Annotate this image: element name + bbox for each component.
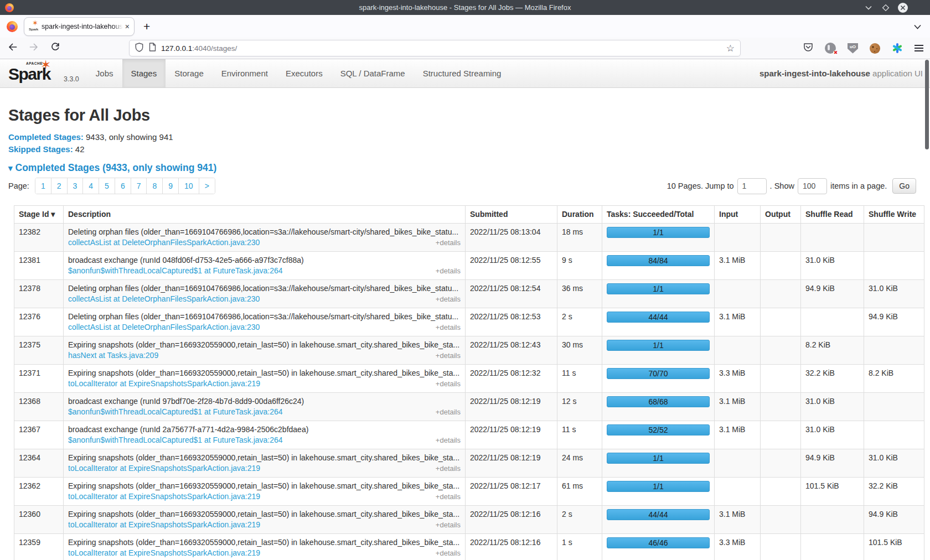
stage-detail-link[interactable]: toLocalIterator at ExpireSnapshotsSparkA…	[68, 491, 260, 502]
output-cell	[761, 280, 801, 308]
completed-stages-section-header[interactable]: ▾Completed Stages (9433, only showing 94…	[8, 162, 923, 174]
bookmark-star-icon[interactable]: ☆	[726, 43, 735, 54]
page-button-2[interactable]: 2	[51, 178, 68, 194]
maximize-button[interactable]	[881, 3, 891, 13]
shuffle-read-cell	[801, 534, 864, 560]
details-toggle[interactable]: +details	[436, 491, 461, 502]
column-header[interactable]: Shuffle Write	[864, 206, 924, 224]
column-header[interactable]: Output	[761, 206, 801, 224]
list-all-tabs-icon[interactable]	[914, 22, 921, 32]
stage-detail-link[interactable]: collectAsList at DeleteOrphanFilesSparkA…	[68, 322, 260, 333]
table-row: 12382Deleting orphan files (older_than=1…	[14, 224, 924, 252]
close-button[interactable]	[898, 3, 908, 13]
spark-nav-environment[interactable]: Environment	[213, 59, 277, 87]
pocket-icon[interactable]	[803, 43, 813, 54]
firefox-view-icon[interactable]	[7, 21, 18, 32]
spark-nav-sql-dataframe[interactable]: SQL / DataFrame	[332, 59, 414, 87]
url-text[interactable]: 127.0.0.1:4040/stages/	[161, 44, 726, 53]
page-button-10[interactable]: 10	[179, 178, 199, 194]
stage-description: Expiring snapshots (older_than=166932055…	[68, 481, 461, 491]
spark-nav-jobs[interactable]: Jobs	[87, 59, 122, 87]
details-toggle[interactable]: +details	[436, 237, 461, 248]
details-toggle[interactable]: +details	[436, 322, 461, 333]
page-button-5[interactable]: 5	[99, 178, 115, 194]
browser-tab[interactable]: ✶Spark spark-ingest-into-lakehous ×	[24, 17, 135, 36]
column-header[interactable]: Shuffle Read	[801, 206, 864, 224]
tab-close-icon[interactable]: ×	[125, 22, 130, 31]
page-button-6[interactable]: 6	[115, 178, 131, 194]
stage-detail-link[interactable]: $anonfun$withThreadLocalCaptured$1 at Fu…	[68, 407, 283, 417]
tasks-cell: 44/44	[602, 308, 715, 336]
stage-stats: Completed Stages: 9433, only showing 941…	[8, 131, 923, 155]
stage-detail-link[interactable]: $anonfun$withThreadLocalCaptured$1 at Fu…	[68, 266, 283, 276]
column-header[interactable]: Stage Id ▾	[14, 206, 64, 224]
submitted-cell: 2022/11/25 08:12:19	[466, 421, 557, 449]
stage-detail-link[interactable]: collectAsList at DeleteOrphanFilesSparkA…	[68, 294, 260, 304]
shuffle-write-cell	[864, 224, 924, 252]
input-cell	[715, 478, 761, 506]
menu-button[interactable]	[914, 45, 923, 51]
stage-detail-link[interactable]: toLocalIterator at ExpireSnapshotsSparkA…	[68, 548, 260, 558]
page-button-4[interactable]: 4	[83, 178, 99, 194]
page-button-7[interactable]: 7	[131, 178, 147, 194]
ublock-icon[interactable]: uO	[848, 43, 858, 54]
stage-detail-link[interactable]: toLocalIterator at ExpireSnapshotsSparkA…	[68, 378, 260, 389]
cookie-extension-icon[interactable]	[870, 43, 880, 54]
show-count-input[interactable]	[798, 178, 827, 194]
page-button-8[interactable]: 8	[147, 178, 163, 194]
spark-nav-executors[interactable]: Executors	[277, 59, 332, 87]
extension-account-icon[interactable]	[825, 43, 836, 54]
scrollbar-thumb[interactable]	[925, 60, 929, 149]
back-button[interactable]	[8, 43, 17, 54]
page-button-3[interactable]: 3	[68, 178, 84, 194]
minimize-button[interactable]	[864, 3, 874, 13]
stage-detail-link[interactable]: $anonfun$withThreadLocalCaptured$1 at Fu…	[68, 435, 283, 445]
input-cell: 3.3 MiB	[715, 534, 761, 560]
stage-description: broadcast exchange (runId 2a75677f-a771-…	[68, 424, 461, 435]
stage-detail-link[interactable]: toLocalIterator at ExpireSnapshotsSparkA…	[68, 520, 260, 530]
details-toggle[interactable]: +details	[436, 520, 461, 530]
column-header[interactable]: Description	[64, 206, 466, 224]
tasks-cell: 70/70	[602, 365, 715, 393]
details-toggle[interactable]: +details	[436, 378, 461, 389]
stat-label: Skipped Stages:	[8, 144, 73, 154]
jump-to-input[interactable]	[737, 178, 767, 194]
url-bar[interactable]: 127.0.0.1:4040/stages/ ☆	[129, 40, 741, 56]
page-button-1[interactable]: 1	[35, 178, 51, 194]
output-cell	[761, 336, 801, 365]
details-toggle[interactable]: +details	[436, 294, 461, 304]
details-toggle[interactable]: +details	[436, 548, 461, 558]
stage-detail-link[interactable]: collectAsList at DeleteOrphanFilesSparkA…	[68, 237, 260, 248]
description-cell: Expiring snapshots (older_than=166932055…	[64, 534, 466, 560]
column-header[interactable]: Tasks: Succeeded/Total	[602, 206, 715, 224]
stage-id-cell: 12362	[14, 478, 64, 506]
details-toggle[interactable]: +details	[436, 407, 461, 417]
description-cell: Expiring snapshots (older_than=166932055…	[64, 365, 466, 393]
shield-icon[interactable]	[135, 43, 143, 54]
column-header[interactable]: Input	[715, 206, 761, 224]
description-cell: broadcast exchange (runId 048fd06f-d753-…	[64, 252, 466, 280]
extension-asterisk-icon[interactable]	[892, 43, 903, 54]
column-header[interactable]: Duration	[557, 206, 602, 224]
spark-nav-stages[interactable]: Stages	[122, 59, 166, 87]
forward-button[interactable]	[29, 43, 39, 54]
details-toggle[interactable]: +details	[436, 463, 461, 474]
column-header[interactable]: Submitted	[466, 206, 557, 224]
reload-button[interactable]	[51, 43, 60, 54]
page-info-icon[interactable]	[149, 43, 156, 54]
go-button[interactable]: Go	[892, 178, 916, 194]
spark-logo[interactable]: APACHE Spark ✶	[7, 59, 61, 87]
page-button->[interactable]: >	[199, 178, 215, 194]
page-button-9[interactable]: 9	[163, 178, 179, 194]
new-tab-button[interactable]: +	[143, 21, 150, 32]
stage-detail-link[interactable]: hasNext at Tasks.java:209	[68, 350, 158, 361]
table-row: 12381broadcast exchange (runId 048fd06f-…	[14, 252, 924, 280]
spark-nav-storage[interactable]: Storage	[166, 59, 213, 87]
duration-cell: 61 ms	[557, 478, 602, 506]
details-toggle[interactable]: +details	[436, 350, 461, 361]
stage-detail-link[interactable]: toLocalIterator at ExpireSnapshotsSparkA…	[68, 463, 260, 474]
spark-nav-structured-streaming[interactable]: Structured Streaming	[414, 59, 510, 87]
description-cell: Expiring snapshots (older_than=166932055…	[64, 449, 466, 478]
details-toggle[interactable]: +details	[436, 435, 461, 445]
details-toggle[interactable]: +details	[436, 266, 461, 276]
